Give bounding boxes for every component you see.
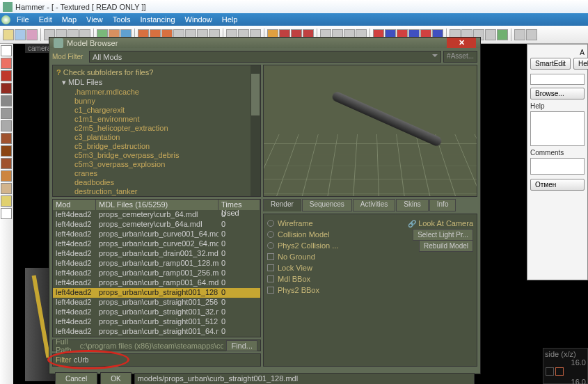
tree-node[interactable]: c5m3_overpass_explosion: [55, 160, 258, 169]
lookat-link[interactable]: 🔗 Look At Camera: [408, 219, 473, 227]
table-row[interactable]: left4dead2props_cemetery\curb_64a.mdl0: [53, 220, 260, 230]
toolbar-button[interactable]: [3, 29, 14, 40]
selectlight-button[interactable]: Select Light Pr...: [413, 229, 473, 241]
tree-node[interactable]: editor: [55, 196, 258, 197]
menu-tools[interactable]: Tools: [108, 14, 136, 25]
menu-file[interactable]: File: [12, 14, 34, 25]
tree-node[interactable]: c5m3_bridge_overpass_debris: [55, 151, 258, 160]
title-text: Hammer - [ - Textured [ READ ONLY ]]: [15, 3, 146, 11]
lockview-check[interactable]: [267, 264, 274, 271]
ok-button[interactable]: OK: [100, 372, 131, 385]
table-row[interactable]: left4dead2props_urban\curb_drain001_32.m…: [53, 249, 260, 259]
toolbar-button[interactable]: [15, 29, 26, 40]
smartedit-button[interactable]: SmartEdit: [530, 58, 571, 70]
app-menu-icon: [1, 15, 10, 24]
tree-node[interactable]: destruction_tanker: [55, 187, 258, 196]
menu-instancing[interactable]: Instancing: [135, 14, 180, 25]
table-row[interactable]: left4dead2props_urban\curb_straight001_2…: [53, 298, 260, 307]
phys2bbox-check[interactable]: [267, 287, 274, 294]
tab-skins[interactable]: Skins: [396, 199, 428, 211]
tree-node[interactable]: c5_bridge_destruction: [55, 142, 258, 151]
wireframe-radio[interactable]: [267, 220, 274, 227]
collision-radio[interactable]: [267, 231, 274, 238]
tool[interactable]: [1, 195, 12, 207]
tab-info[interactable]: Info: [429, 199, 456, 211]
clip-tool[interactable]: [1, 158, 12, 169]
col-mdlfiles[interactable]: MDL Files (16/5259): [96, 200, 218, 210]
texture-tool[interactable]: [1, 108, 12, 119]
side-viewport-widget: side (x/z) 16.0 16.0: [543, 348, 588, 384]
tree-node[interactable]: cranes: [55, 169, 258, 178]
phys2c-radio[interactable]: [267, 242, 274, 249]
col-timesused[interactable]: Times Used: [218, 200, 260, 210]
apply-texture-tool[interactable]: [1, 120, 12, 131]
cancel-button[interactable]: Cancel: [55, 372, 97, 385]
tool[interactable]: [1, 183, 12, 194]
magnify-tool[interactable]: [1, 58, 12, 69]
help-label: Help: [530, 102, 585, 110]
tree-node[interactable]: c2m5_helicopter_extraction: [55, 124, 258, 133]
menu-window[interactable]: Window: [180, 14, 217, 25]
entity-tool[interactable]: [1, 83, 12, 94]
overlay-tool[interactable]: [1, 145, 12, 157]
col-mod[interactable]: Mod: [53, 200, 96, 210]
help-button[interactable]: Help: [573, 58, 588, 70]
apply-button[interactable]: Отмен: [530, 179, 585, 191]
tab-render[interactable]: Render: [263, 199, 301, 211]
tree-node[interactable]: c1_chargerexit: [55, 106, 258, 115]
menu-view[interactable]: View: [81, 14, 108, 25]
select-tool[interactable]: [1, 45, 12, 56]
comments-text[interactable]: [530, 158, 585, 175]
close-button[interactable]: ✕: [447, 38, 476, 48]
toolbar-button[interactable]: [485, 29, 496, 40]
toolbar-button[interactable]: [497, 29, 508, 40]
asset-button[interactable]: #Asset...: [443, 51, 477, 63]
tab-sequences[interactable]: Sequences: [302, 199, 352, 211]
decal-tool[interactable]: [1, 133, 12, 144]
vertex-tool[interactable]: [1, 170, 12, 182]
find-button[interactable]: Find...: [226, 340, 257, 351]
toolbar-button[interactable]: [526, 29, 537, 40]
table-row[interactable]: left4dead2props_cemetery\curb_64.mdl0: [53, 210, 260, 220]
toolbar-button[interactable]: [26, 29, 38, 40]
tree-node[interactable]: c3_plantation: [55, 133, 258, 142]
model-browser-titlebar[interactable]: Model Browser ✕: [49, 38, 480, 48]
tree-node[interactable]: c1m1_environment: [55, 115, 258, 124]
tree-node[interactable]: bunny: [55, 97, 258, 106]
rebuild-button[interactable]: Rebuild Model: [419, 240, 473, 252]
tree-node[interactable]: .hammer.mdlcache: [55, 88, 258, 97]
table-row[interactable]: left4dead2props_urban\curb_ramp001_256.m…: [53, 269, 260, 278]
table-row[interactable]: left4dead2props_urban\curb_ramp001_128.m…: [53, 259, 260, 269]
table-row[interactable]: left4dead2props_urban\curb_curve001_64.m…: [53, 230, 260, 239]
camera-tool[interactable]: [1, 70, 12, 81]
modfilter-combo[interactable]: All Mods: [89, 51, 441, 63]
table-row[interactable]: left4dead2props_urban\curb_straight001_6…: [53, 327, 260, 337]
table-row[interactable]: left4dead2props_urban\curb_straight001_1…: [53, 288, 260, 298]
filter-label: Filter: [56, 356, 71, 364]
comments-label: Comments: [530, 149, 585, 157]
tool[interactable]: [1, 208, 12, 219]
menu-help[interactable]: Help: [217, 14, 243, 25]
mdlbbox-check[interactable]: [267, 275, 274, 282]
mdl-tree[interactable]: ?Check subfolders for files? ▾ MDL Files…: [52, 65, 261, 197]
render-options: Wireframe 🔗 Look At Camera Collision Mod…: [263, 214, 477, 367]
model-browser-window: Model Browser ✕ Mod Filter All Mods #Ass…: [49, 37, 481, 374]
noground-check[interactable]: [267, 253, 274, 260]
toolbar-button[interactable]: [514, 29, 525, 40]
tree-scrollbar[interactable]: [251, 65, 260, 196]
table-row[interactable]: left4dead2props_urban\curb_straight001_3…: [53, 307, 260, 317]
tree-node[interactable]: deadbodies: [55, 178, 258, 187]
browse-button[interactable]: Browse...: [530, 88, 585, 99]
table-row[interactable]: left4dead2props_urban\curb_curve002_64.m…: [53, 239, 260, 249]
model-preview[interactable]: [263, 65, 477, 197]
table-row[interactable]: left4dead2props_urban\curb_ramp001_64.md…: [53, 278, 260, 288]
mdl-table[interactable]: Mod MDL Files (16/5259) Times Used left4…: [52, 199, 261, 337]
table-row[interactable]: left4dead2props_urban\curb_straight001_5…: [53, 317, 260, 327]
block-tool[interactable]: [1, 95, 12, 106]
filter-input[interactable]: [74, 356, 257, 364]
tab-activities[interactable]: Activities: [353, 199, 395, 211]
model-browser-title: Model Browser: [67, 39, 118, 47]
property-input[interactable]: [530, 74, 585, 85]
menu-map[interactable]: Map: [57, 14, 81, 25]
menu-edit[interactable]: Edit: [34, 14, 57, 25]
